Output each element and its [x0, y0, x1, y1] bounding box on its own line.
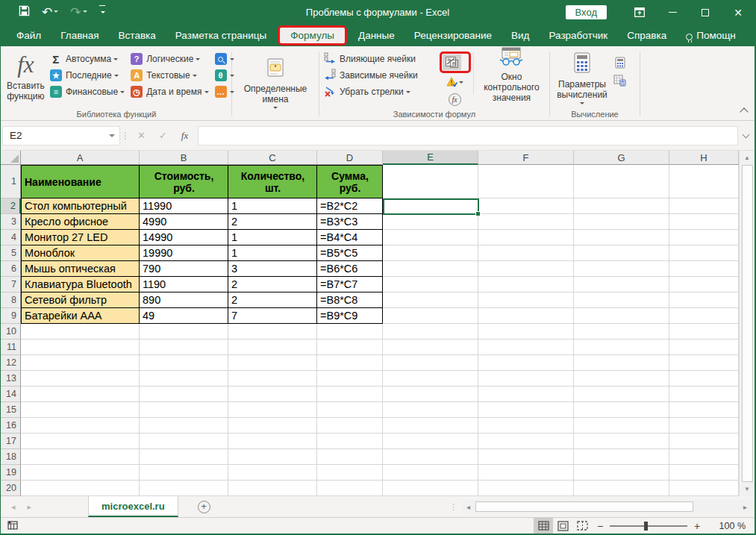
tab-page-layout[interactable]: Разметка страницы	[166, 26, 276, 46]
row-header-18[interactable]: 18	[1, 449, 21, 465]
cell-H1[interactable]	[669, 165, 739, 198]
redo-button[interactable]: ↷	[70, 6, 87, 19]
column-header-B[interactable]: B	[140, 151, 228, 165]
cell-C12[interactable]	[228, 355, 317, 371]
evaluate-formula-button[interactable]: fx	[438, 91, 471, 108]
cell-H17[interactable]	[669, 434, 739, 449]
cell-G2[interactable]	[574, 198, 669, 214]
cell-B20[interactable]	[140, 481, 228, 496]
cell-D13[interactable]	[317, 371, 383, 387]
cell-F2[interactable]	[478, 198, 574, 214]
cell-A17[interactable]	[21, 434, 140, 449]
vertical-scrollbar[interactable]: ▲ ▼	[739, 151, 755, 496]
cell-A10[interactable]	[21, 324, 140, 340]
cell-E8[interactable]	[383, 292, 478, 308]
cell-B18[interactable]	[140, 449, 228, 465]
cell-B1[interactable]: Стоимость, руб.	[140, 165, 228, 198]
row-header-12[interactable]: 12	[1, 355, 21, 371]
cell-G3[interactable]	[574, 214, 669, 230]
undo-button[interactable]: ↶	[42, 6, 58, 19]
macro-record-icon[interactable]	[7, 519, 18, 533]
cell-D19[interactable]	[317, 465, 383, 481]
cell-E6[interactable]	[383, 261, 478, 277]
cell-D15[interactable]	[317, 402, 383, 418]
cell-B6[interactable]: 790	[140, 261, 228, 277]
cell-B17[interactable]	[140, 434, 228, 449]
tab-home[interactable]: Главная	[51, 26, 108, 46]
text-functions-button[interactable]: A Текстовые	[128, 67, 212, 84]
cell-F8[interactable]	[478, 292, 574, 308]
tab-developer[interactable]: Разработчик	[539, 26, 617, 46]
cell-C17[interactable]	[228, 434, 317, 449]
column-header-A[interactable]: A	[21, 151, 140, 165]
logical-functions-button[interactable]: ? Логические	[128, 51, 212, 67]
cell-F1[interactable]	[478, 165, 574, 198]
cell-F4[interactable]	[478, 230, 574, 245]
cell-A8[interactable]: Сетевой фильтр	[21, 292, 140, 308]
cell-E20[interactable]	[383, 481, 478, 496]
cell-E12[interactable]	[383, 355, 478, 371]
cell-B15[interactable]	[140, 402, 228, 418]
cell-D8[interactable]: =B8*C8	[317, 292, 383, 308]
cell-H13[interactable]	[669, 371, 739, 387]
cell-H10[interactable]	[669, 324, 739, 340]
cell-C7[interactable]: 2	[228, 277, 317, 292]
defined-names-button[interactable]: Определенные имена	[241, 49, 310, 117]
cell-D4[interactable]: =B4*C4	[317, 230, 383, 245]
column-header-G[interactable]: G	[574, 151, 669, 165]
cell-F11[interactable]	[478, 340, 574, 355]
customize-qat-button[interactable]	[99, 5, 105, 20]
cell-E16[interactable]	[383, 418, 478, 434]
tab-formulas[interactable]: Формулы	[280, 28, 345, 43]
cell-H12[interactable]	[669, 355, 739, 371]
cell-H3[interactable]	[669, 214, 739, 230]
cell-E3[interactable]	[383, 214, 478, 230]
row-header-5[interactable]: 5	[1, 245, 21, 261]
cell-B16[interactable]	[140, 418, 228, 434]
cell-G12[interactable]	[574, 355, 669, 371]
cell-A13[interactable]	[21, 371, 140, 387]
prev-sheet-icon[interactable]: ◂	[11, 502, 16, 512]
cell-D10[interactable]	[317, 324, 383, 340]
vertical-scrollbar-thumb[interactable]	[742, 165, 753, 482]
cell-D7[interactable]: =B7*C7	[317, 277, 383, 292]
cell-F14[interactable]	[478, 387, 574, 402]
select-all-button[interactable]	[1, 151, 21, 165]
financial-functions-button[interactable]: ≡ Финансовые	[48, 84, 128, 100]
cell-D6[interactable]: =B6*C6	[317, 261, 383, 277]
cell-D20[interactable]	[317, 481, 383, 496]
cell-E13[interactable]	[383, 371, 478, 387]
cell-C10[interactable]	[228, 324, 317, 340]
cell-F19[interactable]	[478, 465, 574, 481]
cell-A3[interactable]: Кресло офисное	[21, 214, 140, 230]
cell-D18[interactable]	[317, 449, 383, 465]
cell-H16[interactable]	[669, 418, 739, 434]
row-header-2[interactable]: 2	[1, 198, 21, 214]
cell-G17[interactable]	[574, 434, 669, 449]
zoom-slider[interactable]	[610, 525, 687, 527]
cell-C5[interactable]: 1	[228, 245, 317, 261]
cell-D2[interactable]: =B2*C2	[317, 198, 383, 214]
insert-function-fx-button[interactable]: fx	[174, 126, 196, 146]
row-header-9[interactable]: 9	[1, 308, 21, 324]
zoom-slider-thumb[interactable]	[644, 522, 648, 531]
autosum-button[interactable]: Σ Автосумма	[48, 51, 128, 67]
calculation-options-button[interactable]: Параметры вычислений	[552, 49, 612, 108]
cell-F3[interactable]	[478, 214, 574, 230]
cell-G15[interactable]	[574, 402, 669, 418]
cell-F5[interactable]	[478, 245, 574, 261]
trace-dependents-button[interactable]: Зависимые ячейки	[322, 67, 438, 84]
cell-G11[interactable]	[574, 340, 669, 355]
cell-F15[interactable]	[478, 402, 574, 418]
row-header-14[interactable]: 14	[1, 387, 21, 402]
cell-E7[interactable]	[383, 277, 478, 292]
formula-bar-drag-handle[interactable]: ⋮	[120, 131, 131, 141]
collapse-ribbon-button[interactable]	[740, 107, 748, 116]
row-header-8[interactable]: 8	[1, 292, 21, 308]
share-button[interactable]: Поделиться	[746, 26, 756, 46]
cell-C18[interactable]	[228, 449, 317, 465]
cell-G8[interactable]	[574, 292, 669, 308]
cell-H19[interactable]	[669, 465, 739, 481]
cell-H7[interactable]	[669, 277, 739, 292]
trace-precedents-button[interactable]: Влияющие ячейки	[322, 51, 438, 67]
